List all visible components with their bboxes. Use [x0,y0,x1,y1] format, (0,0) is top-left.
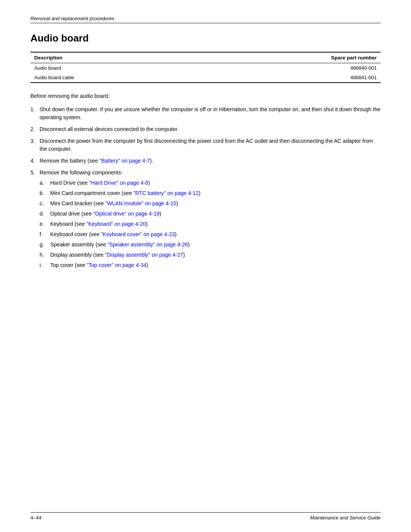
breadcrumb-text: Removal and replacement procedures [30,16,114,21]
list-content-5: Remove the following components: a. Hard… [40,169,381,272]
sub-content-e: Keyboard (see "Keyboard" on page 4-20) [50,220,381,228]
table-cell-part-1: 486840-001 [196,63,381,73]
sub-content-c: Mini Card bracket (see "WLAN module" on … [50,200,381,208]
step4-text-after: ). [150,158,153,164]
table-row: Audio board cable 486841-001 [30,73,381,83]
rtc-battery-link[interactable]: "RTC battery" on page 4-12 [134,190,199,196]
list-item-1: 1. Shut down the computer. If you are un… [30,105,381,121]
keyboard-cover-link[interactable]: "Keyboard cover" on page 4-23 [101,231,175,237]
footer-guide-title: Maintenance and Service Guide [310,515,381,521]
table-header-part-number: Spare part number [196,52,381,63]
sub-letter-e: e. [40,220,50,228]
top-cover-link[interactable]: "Top cover" on page 4-34 [87,262,147,268]
list-num-3: 3. [30,137,40,153]
table-header-description: Description [30,52,196,63]
list-content-3: Disconnect the power from the computer b… [40,137,381,153]
wlan-link[interactable]: "WLAN module" on page 4-15 [105,200,177,206]
sub-f-before: Keyboard cover (see [50,231,101,237]
table-cell-desc-2: Audio board cable [30,73,196,83]
speaker-assembly-link[interactable]: "Speaker assembly" on page 4-26 [107,241,188,248]
intro-text: Before removing the audio board: [30,92,381,100]
sub-g-before: Speaker assembly (see [50,241,107,248]
list-item-4: 4. Remove the battery (see "Battery" on … [30,157,381,165]
sub-d-after: ) [159,211,161,217]
keyboard-link[interactable]: "Keyboard" on page 4-20 [86,221,146,227]
list-item-3: 3. Disconnect the power from the compute… [30,137,381,153]
step5-text: Remove the following components: [40,169,123,176]
sub-b-after: ) [199,190,201,196]
parts-table: Description Spare part number Audio boar… [30,52,381,83]
sub-h-after: ) [183,252,185,258]
sub-content-g: Speaker assembly (see "Speaker assembly"… [50,241,381,249]
sub-list-item-d: d. Optical drive (see "Optical drive" on… [40,210,381,218]
battery-link[interactable]: "Battery" on page 4-7 [99,158,150,164]
sub-content-d: Optical drive (see "Optical drive" on pa… [50,210,381,218]
sub-list-item-h: h. Display assembly (see "Display assemb… [40,251,381,259]
list-item-2: 2. Disconnect all external devices conne… [30,125,381,133]
list-content-4: Remove the battery (see "Battery" on pag… [40,157,381,165]
step4-text-before: Remove the battery (see [40,158,99,164]
list-num-5: 5. [30,169,40,272]
main-steps-list: 1. Shut down the computer. If you are un… [30,105,381,272]
sub-content-f: Keyboard cover (see "Keyboard cover" on … [50,230,381,238]
sub-letter-c: c. [40,200,50,208]
sub-i-before: Top cover (see [50,262,87,268]
sub-content-b: Mini Card compartment cover (see "RTC ba… [50,189,381,197]
hard-drive-link[interactable]: "Hard Drive" on page 4-8 [89,180,148,186]
sub-c-after: ) [176,200,178,206]
sub-content-h: Display assembly (see "Display assembly"… [50,251,381,259]
sub-g-after: ) [188,241,190,248]
sub-content-a: Hard Drive (see "Hard Drive" on page 4-8… [50,179,381,187]
sub-i-after: ) [147,262,148,268]
page-container: Removal and replacement procedures Audio… [0,0,411,532]
sub-steps-list: a. Hard Drive (see "Hard Drive" on page … [40,179,381,269]
sub-letter-a: a. [40,179,50,187]
list-item-5: 5. Remove the following components: a. H… [30,169,381,272]
table-row: Audio board 486840-001 [30,63,381,73]
sub-a-before: Hard Drive (see [50,180,89,186]
sub-letter-h: h. [40,251,50,259]
sub-list-item-a: a. Hard Drive (see "Hard Drive" on page … [40,179,381,187]
sub-letter-f: f. [40,230,50,238]
sub-letter-d: d. [40,210,50,218]
sub-list-item-c: c. Mini Card bracket (see "WLAN module" … [40,200,381,208]
table-cell-part-2: 486841-001 [196,73,381,83]
optical-drive-link[interactable]: "Optical drive" on page 4-19 [93,211,159,217]
sub-b-before: Mini Card compartment cover (see [50,190,134,196]
table-cell-desc-1: Audio board [30,63,196,73]
sub-list-item-g: g. Speaker assembly (see "Speaker assemb… [40,241,381,249]
sub-a-after: ) [148,180,150,186]
list-content-1: Shut down the computer. If you are unsur… [40,105,381,121]
list-num-4: 4. [30,157,40,165]
sub-d-before: Optical drive (see [50,211,93,217]
list-num-2: 2. [30,125,40,133]
list-content-2: Disconnect all external devices connecte… [40,125,381,133]
sub-letter-g: g. [40,241,50,249]
page-title: Audio board [30,32,381,44]
sub-h-before: Display assembly (see [50,252,105,258]
sub-f-after: ) [175,231,177,237]
sub-content-i: Top cover (see "Top cover" on page 4-34) [50,261,381,269]
breadcrumb: Removal and replacement procedures [30,15,381,23]
sub-list-item-b: b. Mini Card compartment cover (see "RTC… [40,189,381,197]
sub-list-item-e: e. Keyboard (see "Keyboard" on page 4-20… [40,220,381,228]
footer-page-number: 4–44 [30,515,41,521]
sub-letter-b: b. [40,189,50,197]
sub-letter-i: i. [40,261,50,269]
display-assembly-link[interactable]: "Display assembly" on page 4-27 [105,252,183,258]
sub-list-item-i: i. Top cover (see "Top cover" on page 4-… [40,261,381,269]
sub-e-before: Keyboard (see [50,221,86,227]
list-num-1: 1. [30,105,40,121]
sub-list-item-f: f. Keyboard cover (see "Keyboard cover" … [40,230,381,238]
sub-c-before: Mini Card bracket (see [50,200,105,206]
sub-e-after: ) [146,221,148,227]
page-footer: 4–44 Maintenance and Service Guide [30,512,381,521]
